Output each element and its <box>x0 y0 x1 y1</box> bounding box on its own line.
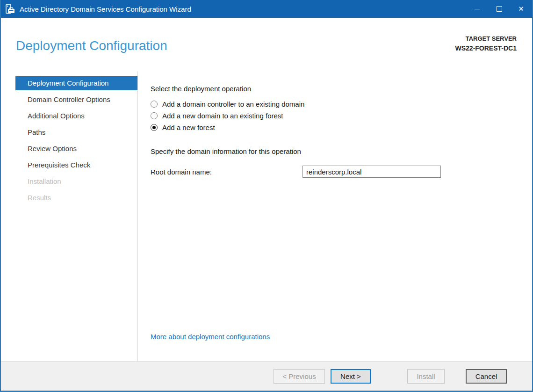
close-icon[interactable]: ✕ <box>510 0 532 18</box>
next-button[interactable]: Next > <box>331 369 371 384</box>
title-bar: Active Directory Domain Services Configu… <box>1 0 532 18</box>
radio-icon[interactable] <box>151 112 158 119</box>
sidebar-item-results: Results <box>15 191 137 205</box>
radio-icon[interactable] <box>151 101 158 108</box>
radio-add-dc-existing-domain[interactable]: Add a domain controller to an existing d… <box>151 100 518 108</box>
server-toolbox-icon <box>5 4 15 14</box>
radio-label: Add a new domain to an existing forest <box>162 112 283 120</box>
root-domain-label: Root domain name: <box>151 168 303 176</box>
sidebar-item-installation: Installation <box>15 174 137 189</box>
window-controls: ✕ <box>466 0 532 18</box>
root-domain-field-row: Root domain name: <box>151 166 518 178</box>
wizard-window: Active Directory Domain Services Configu… <box>0 0 533 392</box>
page-header: Deployment Configuration TARGET SERVER W… <box>1 18 532 72</box>
minimize-icon[interactable] <box>466 0 488 18</box>
radio-label: Add a domain controller to an existing d… <box>162 100 304 108</box>
help-link-row: More about deployment configurations <box>151 333 518 361</box>
wizard-body: Deployment Configuration Domain Controll… <box>1 72 532 361</box>
radio-add-domain-existing-forest[interactable]: Add a new domain to an existing forest <box>151 112 518 120</box>
install-button: Install <box>407 369 445 384</box>
wizard-steps-sidebar: Deployment Configuration Domain Controll… <box>1 72 138 361</box>
root-domain-input[interactable] <box>303 166 441 178</box>
main-content: Select the deployment operation Add a do… <box>138 72 532 361</box>
wizard-footer: < Previous Next > Install Cancel <box>1 361 532 392</box>
target-server-label: TARGET SERVER <box>455 35 517 44</box>
target-server-name: WS22-FOREST-DC1 <box>455 44 517 53</box>
target-server-block: TARGET SERVER WS22-FOREST-DC1 <box>455 35 517 72</box>
domain-info-heading: Specify the domain information for this … <box>151 147 518 155</box>
sidebar-item-prerequisites-check[interactable]: Prerequisites Check <box>15 158 137 172</box>
sidebar-item-paths[interactable]: Paths <box>15 125 137 139</box>
radio-icon-checked[interactable] <box>151 124 158 131</box>
sidebar-item-domain-controller-options[interactable]: Domain Controller Options <box>15 93 137 107</box>
radio-add-new-forest[interactable]: Add a new forest <box>151 123 518 131</box>
radio-label: Add a new forest <box>162 123 215 131</box>
maximize-icon[interactable] <box>488 0 510 18</box>
more-about-deployment-link[interactable]: More about deployment configurations <box>151 333 270 341</box>
sidebar-item-review-options[interactable]: Review Options <box>15 142 137 156</box>
window-title: Active Directory Domain Services Configu… <box>20 5 191 13</box>
sidebar-item-deployment-configuration[interactable]: Deployment Configuration <box>15 76 137 90</box>
cancel-button[interactable]: Cancel <box>466 369 507 384</box>
previous-button: < Previous <box>274 369 325 384</box>
page-title: Deployment Configuration <box>16 38 167 72</box>
sidebar-item-additional-options[interactable]: Additional Options <box>15 109 137 123</box>
operation-heading: Select the deployment operation <box>151 85 518 93</box>
